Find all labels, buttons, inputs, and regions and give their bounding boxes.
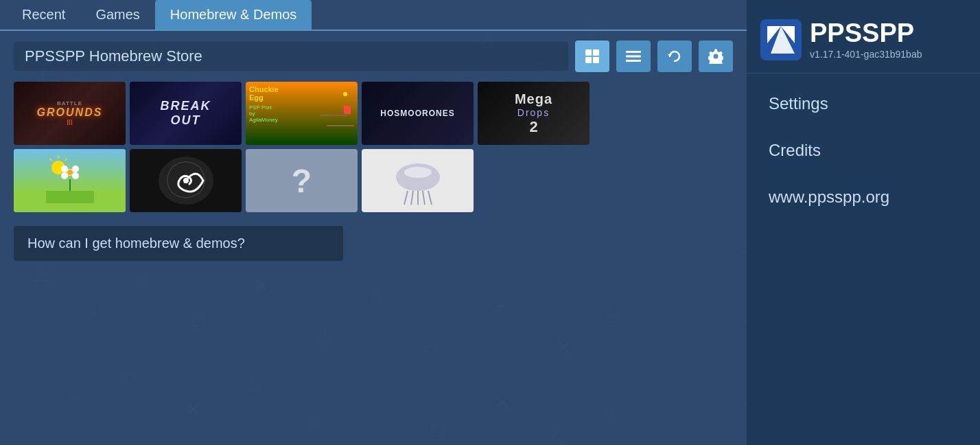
svg-point-19 xyxy=(67,170,73,175)
left-panel: Recent Games Homebrew & Demos PPSSPP Hom… xyxy=(0,0,747,445)
ppsspp-icon xyxy=(760,19,802,60)
game-mega-drops-2[interactable]: Mega Drops 2 xyxy=(478,82,590,145)
game-unknown-question[interactable]: ? xyxy=(246,149,358,212)
flower-icon xyxy=(46,155,94,203)
games-row-2: ? xyxy=(14,149,733,212)
settings-icon xyxy=(708,49,723,64)
sidebar-item-credits[interactable]: Credits xyxy=(752,128,975,172)
right-sidebar: PPSSPP v1.17.1-401-gac31b91bab Settings … xyxy=(747,0,980,445)
grid-icon xyxy=(585,49,600,64)
game-breakout[interactable]: BREAKOUT xyxy=(130,82,242,145)
svg-rect-3 xyxy=(593,57,599,63)
homebrew-info-box[interactable]: How can I get homebrew & demos? xyxy=(14,226,343,261)
refresh-button[interactable] xyxy=(657,41,692,72)
sidebar-item-settings[interactable]: Settings xyxy=(752,82,975,126)
svg-point-17 xyxy=(61,166,68,172)
games-grid: BATTLE GROUNDS III BREAKOUT ChuckieEg xyxy=(0,82,747,212)
settings-button[interactable] xyxy=(699,41,733,72)
main-container: Recent Games Homebrew & Demos PPSSPP Hom… xyxy=(0,0,980,445)
svg-rect-5 xyxy=(626,56,641,58)
store-title: PPSSPP Homebrew Store xyxy=(14,42,568,71)
sidebar-item-website[interactable]: www.ppsspp.org xyxy=(752,175,975,219)
game-spiral[interactable] xyxy=(130,149,242,212)
svg-point-10 xyxy=(714,55,718,58)
svg-rect-6 xyxy=(626,60,641,62)
svg-rect-12 xyxy=(46,191,94,203)
game-hosmoorones[interactable]: HOSMOORONES xyxy=(362,82,474,145)
games-row-1: BATTLE GROUNDS III BREAKOUT ChuckieEg xyxy=(14,82,733,145)
game-battlegrounds[interactable]: BATTLE GROUNDS III xyxy=(14,82,126,145)
spiral-icon xyxy=(155,153,217,208)
svg-point-16 xyxy=(72,172,79,179)
svg-marker-7 xyxy=(668,54,672,56)
game-chuckie-egg[interactable]: ChuckieEgg PSP PortbyAgilaMoney xyxy=(246,82,358,145)
svg-rect-2 xyxy=(585,57,592,63)
svg-rect-0 xyxy=(585,49,592,56)
homebrew-message-text: How can I get homebrew & demos? xyxy=(27,236,245,251)
jellyfish-icon xyxy=(387,153,449,208)
tab-recent[interactable]: Recent xyxy=(7,0,80,30)
tab-homebrew[interactable]: Homebrew & Demos xyxy=(155,0,312,30)
game-flower[interactable] xyxy=(14,149,126,212)
ppsspp-version: v1.17.1-401-gac31b91bab xyxy=(810,49,922,60)
tab-games[interactable]: Games xyxy=(80,0,154,30)
grid-view-button[interactable] xyxy=(575,41,609,72)
svg-point-18 xyxy=(72,166,79,172)
tab-bar: Recent Games Homebrew & Demos xyxy=(0,0,747,31)
svg-line-22 xyxy=(50,159,51,161)
ppsspp-logo: PPSSPP v1.17.1-401-gac31b91bab xyxy=(747,7,980,73)
refresh-icon xyxy=(667,49,682,64)
svg-rect-4 xyxy=(626,51,641,53)
svg-rect-1 xyxy=(593,49,599,56)
list-icon xyxy=(626,51,641,62)
svg-point-24 xyxy=(183,178,189,183)
svg-line-21 xyxy=(65,159,67,161)
svg-point-32 xyxy=(404,167,432,178)
game-jellyfish[interactable] xyxy=(362,149,474,212)
list-view-button[interactable] xyxy=(616,41,651,72)
ppsspp-app-name: PPSSPP xyxy=(810,20,922,46)
svg-point-15 xyxy=(61,172,68,179)
store-header: PPSSPP Homebrew Store xyxy=(0,31,747,82)
